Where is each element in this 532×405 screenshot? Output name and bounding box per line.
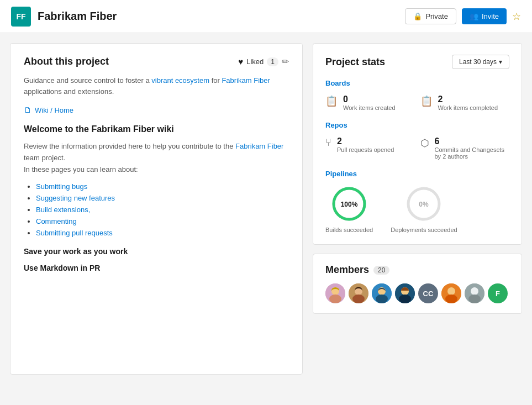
liked-label: Liked [246,57,264,66]
avatar[interactable] [349,283,368,303]
stats-card: Project stats Last 30 days ▾ Boards 📋 0 … [313,43,522,245]
bullet-list: Submitting bugs Suggesting new features … [24,182,289,237]
private-button[interactable]: 🔒 Private [405,8,456,24]
lock-icon: 🔒 [413,12,422,20]
stat-number: 6 [435,136,510,146]
svg-point-13 [376,294,388,303]
list-item-link[interactable]: Suggesting new features [36,194,115,202]
members-card: Members 20 [313,254,522,314]
wiki-title: Welcome to the Fabrikam Fiber wiki [24,124,289,134]
stat-number: 0 [343,94,396,104]
stat-detail: 6 Commits and Changesets by 2 authors [435,136,510,160]
list-item-link[interactable]: Submitting pull requests [36,229,113,237]
stat-commits: ⬡ 6 Commits and Changesets by 2 authors [420,136,510,160]
repos-section-label: Repos [325,121,509,129]
list-item: Build extensions, [36,205,289,214]
list-item: Submitting bugs [36,182,289,191]
header-actions: 🔒 Private 👥 Invite ☆ [405,8,521,24]
stat-number: 2 [438,94,498,104]
stat-detail: 2 Pull requests opened [337,136,394,153]
stat-label: Work items created [343,104,396,111]
pipelines-section: Pipelines 100% Builds succeeded [325,170,509,233]
boards-section-label: Boards [325,79,509,87]
invite-label: Invite [482,12,499,20]
avatar-icon [395,283,415,303]
avatar[interactable] [395,283,415,303]
list-item-link[interactable]: Submitting bugs [36,182,87,191]
avatar-icon [349,283,368,303]
svg-point-18 [447,287,455,295]
heart-icon: ♥ [238,57,243,66]
about-header: About this project ♥ Liked 1 ✏ [24,56,289,67]
avatar-icon [465,283,484,303]
avatars-row: CC F [325,283,509,303]
wiki-intro: Review the information provided here to … [24,141,289,175]
deployments-label: Deployments succeeded [391,227,457,233]
date-range-label: Last 30 days [459,58,497,66]
pr-icon: ⑂ [325,137,331,149]
star-button[interactable]: ☆ [512,10,521,23]
avatar[interactable]: F [488,283,508,303]
avatar[interactable]: CC [418,283,438,303]
svg-point-21 [471,287,478,295]
stat-detail: 2 Work items completed [438,94,498,111]
stats-title: Project stats [325,56,385,68]
repos-grid: ⑂ 2 Pull requests opened ⬡ 6 Commits and… [325,136,509,160]
avatar[interactable] [325,283,345,303]
stats-header: Project stats Last 30 days ▾ [325,55,509,69]
avatar[interactable] [441,283,461,303]
org-logo: FF [11,7,31,27]
stat-work-items-completed: 📋 2 Work items completed [420,94,510,111]
list-item: Suggesting new features [36,193,289,202]
deployments-circle: 0% [404,185,443,223]
avatar-icon [441,283,461,303]
date-range-button[interactable]: Last 30 days ▾ [452,55,509,69]
svg-point-16 [399,294,411,303]
members-header: Members 20 [325,264,509,276]
stat-detail: 0 Work items created [343,94,396,111]
builds-label: Builds succeeded [325,227,373,233]
pipelines-row: 100% Builds succeeded 0% Deployments suc… [325,185,509,233]
list-item: Commenting [36,217,289,225]
list-item-link[interactable]: Commenting [36,217,77,225]
svg-point-7 [329,294,341,303]
wiki-link-text: Wiki / Home [35,106,73,114]
liked-section: ♥ Liked 1 ✏ [238,56,289,67]
main-content: About this project ♥ Liked 1 ✏ Guidance … [0,33,532,385]
svg-point-19 [445,294,457,303]
builds-circle-container: 100% Builds succeeded [325,185,373,233]
svg-point-22 [468,294,481,303]
members-title: Members [325,264,369,276]
deployments-circle-container: 0% Deployments succeeded [391,185,457,233]
stat-label: Pull requests opened [337,146,394,153]
stat-number: 2 [337,136,394,146]
invite-button[interactable]: 👥 Invite [462,8,507,24]
svg-point-10 [352,294,365,303]
header: FF Fabrikam Fiber 🔒 Private 👥 Invite ☆ [0,0,532,33]
edit-icon[interactable]: ✏ [282,56,289,67]
invite-icon: 👥 [470,12,478,20]
section-heading-1: Save your work as you work [24,247,289,256]
board-icon-1: 📋 [325,95,338,107]
svg-text:0%: 0% [419,201,429,208]
stat-label: Work items completed [438,104,498,111]
about-title: About this project [24,56,109,67]
section-heading-2: Use Markdown in PR [24,264,289,272]
builds-circle: 100% [330,185,368,223]
avatar[interactable] [465,283,484,303]
svg-text:100%: 100% [341,201,358,208]
wiki-icon: 🗋 [24,106,31,114]
boards-grid: 📋 0 Work items created 📋 2 Work items co… [325,94,509,111]
wiki-link[interactable]: 🗋 Wiki / Home [24,106,289,114]
commit-icon: ⬡ [420,137,429,149]
members-count: 20 [373,266,389,275]
about-description: Guidance and source control to foster a … [24,75,289,97]
private-label: Private [425,12,447,20]
right-column: Project stats Last 30 days ▾ Boards 📋 0 … [313,43,522,375]
avatar[interactable] [372,283,392,303]
about-card: About this project ♥ Liked 1 ✏ Guidance … [10,43,303,375]
stat-pull-requests: ⑂ 2 Pull requests opened [325,136,415,160]
avatar-icon [372,283,392,303]
page-title: Fabrikam Fiber [38,10,405,23]
list-item-link[interactable]: Build extensions, [36,206,90,214]
